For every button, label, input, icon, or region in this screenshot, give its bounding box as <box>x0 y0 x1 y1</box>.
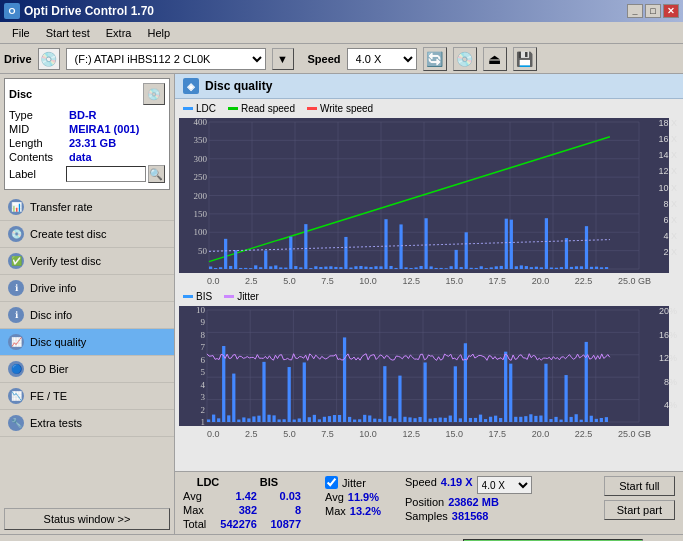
app-icon: O <box>4 3 20 19</box>
drive-icon: 💿 <box>38 48 60 70</box>
transfer-rate-icon: 📊 <box>8 199 24 215</box>
ldc-header: LDC <box>183 476 233 488</box>
speed-select-stats[interactable]: 4.0 X <box>477 476 532 494</box>
chart2-y-right-labels: 20% 16% 12% 8% 4% <box>651 306 679 410</box>
window-controls: _ □ ✕ <box>627 4 679 18</box>
bis-header: BIS <box>249 476 289 488</box>
disc-quality-icon: 📈 <box>8 334 24 350</box>
write-speed-legend: Write speed <box>307 103 373 114</box>
nav-disc-quality[interactable]: 📈 Disc quality <box>0 329 174 356</box>
menu-extra[interactable]: Extra <box>98 25 140 41</box>
chart1-container: 18 X 16 X 14 X 12 X 10 X 8 X 6 X 4 X 2 X <box>179 118 679 273</box>
nav-disc-info[interactable]: ℹ Disc info <box>0 302 174 329</box>
jitter-legend-label: Jitter <box>237 291 259 302</box>
refresh-button[interactable]: 🔄 <box>423 47 447 71</box>
jitter-legend-dot <box>224 295 234 298</box>
disc-contents-value: data <box>69 151 92 163</box>
samples-label: Samples <box>405 510 448 522</box>
menu-start-test[interactable]: Start test <box>38 25 98 41</box>
drive-arrow-button[interactable]: ▼ <box>272 48 294 70</box>
disc-contents-row: Contents data <box>9 151 165 163</box>
nav-fe-te-label: FE / TE <box>30 390 67 402</box>
jitter-checkbox[interactable] <box>325 476 338 489</box>
read-speed-legend-dot <box>228 107 238 110</box>
nav-drive-info-label: Drive info <box>30 282 76 294</box>
jitter-header-row: Jitter <box>325 476 381 489</box>
status-bar: Test completed 100.0% 33:13 <box>0 534 683 541</box>
disc-label-row: Label 🔍 <box>9 165 165 183</box>
write-speed-legend-label: Write speed <box>320 103 373 114</box>
chart2-x-labels: 0.0 2.5 5.0 7.5 10.0 12.5 15.0 17.5 20.0… <box>179 428 679 440</box>
drive-row: Drive 💿 (F:) ATAPI iHBS112 2 CL0K ▼ Spee… <box>0 44 683 74</box>
jitter-max-value: 13.2% <box>350 505 381 517</box>
disc-header-button[interactable]: 💿 <box>143 83 165 105</box>
position-value: 23862 MB <box>448 496 499 508</box>
avg-row: Avg 1.42 0.03 <box>183 490 301 502</box>
disc-length-label: Length <box>9 137 69 149</box>
jitter-avg-value: 11.9% <box>348 491 379 503</box>
left-panel: Disc 💿 Type BD-R MID MEIRA1 (001) Length… <box>0 74 175 534</box>
eject-button[interactable]: ⏏ <box>483 47 507 71</box>
disc-length-value: 23.31 GB <box>69 137 116 149</box>
start-part-button[interactable]: Start part <box>604 500 675 520</box>
fe-te-icon: 📉 <box>8 388 24 404</box>
disc-type-label: Type <box>9 109 69 121</box>
chart1-y-right-labels: 18 X 16 X 14 X 12 X 10 X 8 X 6 X 4 X 2 X <box>651 118 679 257</box>
disc-label-input[interactable] <box>66 166 146 182</box>
drive-label: Drive <box>4 53 32 65</box>
nav-cd-bier[interactable]: 🔵 CD Bier <box>0 356 174 383</box>
cd-bier-icon: 🔵 <box>8 361 24 377</box>
disc-icon-button[interactable]: 💿 <box>453 47 477 71</box>
nav-extra-tests[interactable]: 🔧 Extra tests <box>0 410 174 437</box>
start-full-button[interactable]: Start full <box>604 476 675 496</box>
nav-fe-te[interactable]: 📉 FE / TE <box>0 383 174 410</box>
disc-length-row: Length 23.31 GB <box>9 137 165 149</box>
menu-bar: File Start test Extra Help <box>0 22 683 44</box>
disc-label-icon-button[interactable]: 🔍 <box>148 165 165 183</box>
panel-title-label: Disc quality <box>205 79 272 93</box>
total-ldc-value: 542276 <box>217 518 257 530</box>
samples-value: 381568 <box>452 510 489 522</box>
speed-label: Speed <box>405 476 437 494</box>
save-button[interactable]: 💾 <box>513 47 537 71</box>
speed-label: Speed <box>308 53 341 65</box>
jitter-avg-label: Avg <box>325 491 344 503</box>
position-label: Position <box>405 496 444 508</box>
avg-bis-value: 0.03 <box>261 490 301 502</box>
nav-verify-test-disc-label: Verify test disc <box>30 255 101 267</box>
stats-headers: LDC BIS <box>183 476 301 488</box>
maximize-button[interactable]: □ <box>645 4 661 18</box>
jitter-avg-row: Avg 11.9% <box>325 491 381 503</box>
disc-contents-label: Contents <box>9 151 69 163</box>
minimize-button[interactable]: _ <box>627 4 643 18</box>
speed-stats: Speed 4.19 X 4.0 X Position 23862 MB Sam… <box>405 476 532 530</box>
jitter-max-row: Max 13.2% <box>325 505 381 517</box>
nav-disc-quality-label: Disc quality <box>30 336 86 348</box>
disc-header: Disc 💿 <box>9 83 165 105</box>
nav-create-test-disc[interactable]: 💿 Create test disc <box>0 221 174 248</box>
chart1-x-labels: 0.0 2.5 5.0 7.5 10.0 12.5 15.0 17.5 20.0… <box>179 275 679 287</box>
nav-drive-info[interactable]: ℹ Drive info <box>0 275 174 302</box>
nav-transfer-rate-label: Transfer rate <box>30 201 93 213</box>
status-window-button[interactable]: Status window >> <box>4 508 170 530</box>
chart1-legend: LDC Read speed Write speed <box>179 101 679 116</box>
menu-file[interactable]: File <box>4 25 38 41</box>
nav-verify-test-disc[interactable]: ✅ Verify test disc <box>0 248 174 275</box>
menu-help[interactable]: Help <box>139 25 178 41</box>
chart2-container: 20% 16% 12% 8% 4% <box>179 306 679 426</box>
jitter-legend: Jitter <box>224 291 259 302</box>
bis-legend: BIS <box>183 291 212 302</box>
speed-select[interactable]: 4.0 X <box>347 48 417 70</box>
drive-select[interactable]: (F:) ATAPI iHBS112 2 CL0K <box>66 48 266 70</box>
avg-ldc-value: 1.42 <box>217 490 257 502</box>
nav-create-test-disc-label: Create test disc <box>30 228 106 240</box>
read-speed-legend: Read speed <box>228 103 295 114</box>
write-speed-legend-dot <box>307 107 317 110</box>
samples-row: Samples 381568 <box>405 510 532 522</box>
nav-transfer-rate[interactable]: 📊 Transfer rate <box>0 194 174 221</box>
close-button[interactable]: ✕ <box>663 4 679 18</box>
nav-extra-tests-label: Extra tests <box>30 417 82 429</box>
stats-area: LDC BIS Avg 1.42 0.03 Max 382 8 Total 54… <box>175 471 683 534</box>
extra-tests-icon: 🔧 <box>8 415 24 431</box>
disc-label-label: Label <box>9 168 66 180</box>
